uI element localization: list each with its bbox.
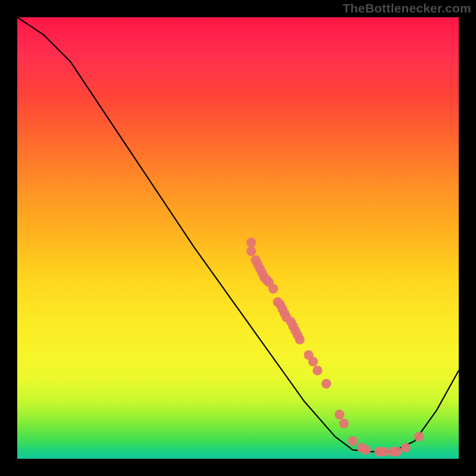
chart-marker — [312, 365, 322, 375]
chart-marker — [339, 418, 349, 428]
chart-marker — [392, 447, 402, 456]
chart-markers — [246, 237, 424, 456]
chart-marker — [361, 445, 371, 455]
chart-marker — [401, 443, 411, 452]
chart-marker — [321, 379, 331, 389]
chart-marker — [295, 334, 305, 344]
chart-marker — [246, 237, 256, 247]
chart-marker — [334, 410, 344, 419]
chart-plot — [17, 17, 459, 459]
chart-marker — [348, 436, 358, 446]
chart-frame — [15, 15, 461, 461]
chart-marker — [246, 246, 256, 256]
chart-marker — [308, 357, 318, 367]
chart-curve — [17, 17, 459, 452]
chart-marker — [379, 447, 389, 456]
chart-marker — [414, 432, 424, 441]
watermark-text: TheBottlenecker.com — [343, 1, 471, 15]
chart-marker — [268, 284, 278, 293]
